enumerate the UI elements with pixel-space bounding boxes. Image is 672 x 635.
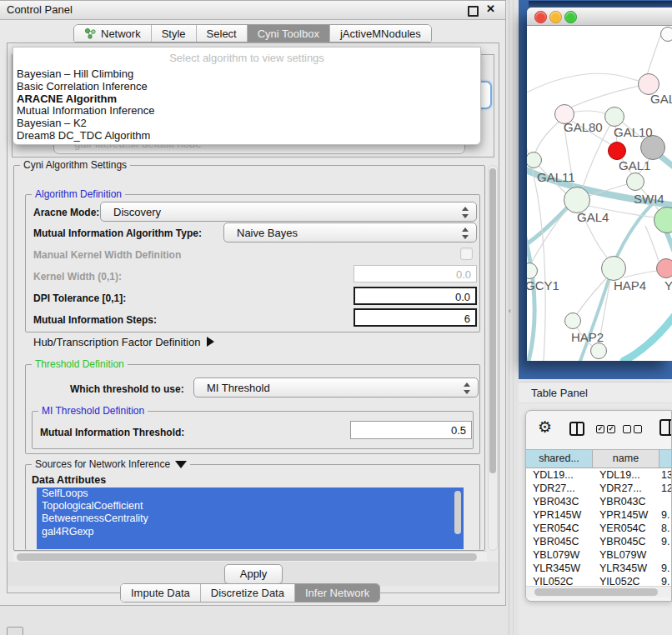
table-row[interactable]: YDR27...YDR27...12: [526, 482, 672, 495]
deselect-all-icon[interactable]: [623, 425, 643, 433]
splitter-handle-icon[interactable]: ‹: [509, 307, 514, 314]
data-attributes-list[interactable]: SelfLoops TopologicalCoefficient Between…: [37, 488, 464, 549]
close-traffic-light[interactable]: [534, 11, 547, 23]
table-row[interactable]: YBR045CYBR045C9.: [526, 535, 672, 548]
column-header-name[interactable]: name: [593, 450, 659, 468]
tab-cyni-toolbox[interactable]: Cyni Toolbox: [247, 25, 329, 42]
control-panel-window: Control Panel ✕ Network Style Select Cyn…: [0, 0, 506, 606]
mi-type-value: Naive Bayes: [237, 227, 298, 239]
list-item[interactable]: BetweennessCentrality: [37, 512, 464, 525]
zoom-traffic-light[interactable]: [564, 11, 577, 23]
table-row[interactable]: YDL19...YDL19...13: [526, 468, 672, 482]
tab-impute-data[interactable]: Impute Data: [121, 584, 200, 602]
tab-infer-network[interactable]: Infer Network: [294, 584, 379, 602]
node-label-gal1: GAL1: [619, 158, 650, 172]
network-node[interactable]: [660, 27, 672, 42]
manual-kernel-checkbox[interactable]: [460, 248, 473, 260]
tab-jactivemnodules[interactable]: jActiveMNodules: [329, 25, 431, 42]
collapse-down-icon: [175, 461, 187, 468]
tab-network[interactable]: Network: [74, 25, 151, 42]
dpi-tolerance-label: DPI Tolerance [0,1]:: [33, 292, 126, 304]
table-panel-window: ⚙ ✓ ✓ shared... name YDL19...YDL19...13 …: [525, 410, 672, 602]
float-window-icon[interactable]: [468, 6, 479, 17]
dpi-tolerance-field[interactable]: 0.0: [354, 287, 477, 305]
node-label-hap2: HAP2: [571, 330, 604, 344]
table-row[interactable]: YER054CYER054C8.: [526, 522, 672, 535]
panel-title: Control Panel: [7, 3, 73, 16]
dropdown-item[interactable]: Bayesian – Hill Climbing: [16, 68, 475, 81]
table-icon[interactable]: [659, 419, 672, 436]
algorithm-dropdown: Select algorithm to view settings Bayesi…: [13, 47, 481, 145]
tab-select[interactable]: Select: [196, 25, 247, 42]
minimize-traffic-light[interactable]: [549, 11, 562, 23]
threshold-definition-title: Threshold Definition: [32, 358, 128, 370]
sources-title[interactable]: Sources for Network Inference: [32, 458, 190, 470]
table-row[interactable]: YPR145WYPR145W9.: [526, 508, 672, 522]
table-horizontal-scrollbar[interactable]: [526, 586, 672, 598]
panel-splitter[interactable]: ‹: [506, 0, 519, 635]
tab-style[interactable]: Style: [151, 25, 196, 42]
node-label-hap4: HAP4: [614, 278, 646, 292]
node-label-gal11: GAL11: [537, 170, 575, 184]
node-label-swi4: SWI4: [634, 192, 664, 206]
apply-button[interactable]: Apply: [224, 564, 283, 584]
mi-steps-field[interactable]: 6: [354, 308, 477, 327]
network-node-pink[interactable]: [656, 258, 672, 278]
node-label-gal10: GAL10: [614, 125, 653, 139]
stepper-arrows-icon: [462, 207, 469, 218]
list-item[interactable]: TopologicalCoefficient: [37, 500, 464, 512]
mi-threshold-field[interactable]: 0.5: [350, 421, 472, 439]
dropdown-hint: Select algorithm to view settings: [13, 52, 480, 64]
kernel-width-field[interactable]: 0.0: [354, 265, 477, 282]
data-attributes-label: Data Attributes: [32, 474, 106, 486]
network-node-gal10[interactable]: [604, 107, 624, 127]
right-region: GAL GAL80 GAL10 GAL11 GAL1 SWI4 GAL4 GCY…: [519, 0, 672, 635]
dropdown-item-selected[interactable]: ARACNE Algorithm: [16, 93, 475, 106]
network-node-hap4[interactable]: [601, 256, 626, 281]
column-header-partial[interactable]: [659, 450, 672, 468]
column-header-sharedname[interactable]: shared...: [526, 450, 593, 468]
tab-discretize-data[interactable]: Discretize Data: [200, 584, 294, 602]
table-row[interactable]: YLR345WYLR345W9.: [526, 562, 672, 575]
mi-threshold-title: MI Threshold Definition: [38, 405, 148, 417]
settings-scrollbar-thumb[interactable]: [489, 168, 496, 473]
settings-horizontal-scrollbar[interactable]: [13, 551, 487, 562]
table-row[interactable]: YIL052CYIL052C9.: [526, 575, 672, 586]
network-canvas[interactable]: GAL GAL80 GAL10 GAL11 GAL1 SWI4 GAL4 GCY…: [527, 26, 672, 361]
close-icon[interactable]: ✕: [486, 2, 495, 15]
dropdown-item[interactable]: Dream8 DC_TDC Algorithm: [16, 130, 475, 142]
table-body: YDL19...YDL19...13 YDR27...YDR27...12 YB…: [526, 468, 672, 586]
network-node-hap2[interactable]: [564, 312, 581, 329]
dropdown-item[interactable]: Basic Correlation Inference: [16, 81, 475, 93]
list-item[interactable]: gal4RGexp: [37, 526, 464, 538]
control-panel-titlebar[interactable]: Control Panel ✕: [0, 1, 505, 20]
stepper-arrows-icon: [462, 228, 469, 239]
network-node[interactable]: [590, 342, 607, 359]
list-scrollbar-thumb[interactable]: [454, 491, 461, 534]
settings-vertical-scrollbar[interactable]: [488, 165, 498, 551]
network-node-red-selected[interactable]: [608, 142, 626, 160]
aracne-mode-label: Aracne Mode:: [33, 207, 99, 218]
mi-type-combobox[interactable]: Naive Bayes: [223, 222, 477, 242]
gear-icon[interactable]: ⚙: [538, 418, 552, 437]
dropdown-item[interactable]: Bayesian – K2: [16, 118, 475, 130]
network-window[interactable]: GAL GAL80 GAL10 GAL11 GAL1 SWI4 GAL4 GCY…: [527, 8, 672, 361]
network-node-gal1[interactable]: [626, 172, 644, 191]
table-hscrollbar-thumb[interactable]: [534, 588, 658, 596]
table-row[interactable]: YBR043CYBR043C: [526, 495, 672, 508]
network-window-titlebar[interactable]: [527, 8, 672, 26]
dropdown-item[interactable]: Mutual Information Inference: [16, 105, 475, 118]
which-threshold-combobox[interactable]: MI Threshold: [193, 378, 479, 398]
split-view-icon[interactable]: [569, 422, 584, 436]
aracne-mode-combobox[interactable]: Discovery: [100, 202, 477, 222]
kernel-width-label: Kernel Width (0,1):: [33, 271, 122, 282]
collapsed-panel-icon[interactable]: [7, 627, 23, 635]
hub-definition-expander[interactable]: Hub/Transcription Factor Definition: [33, 336, 214, 348]
mi-type-label: Mutual Information Algorithm Type:: [33, 228, 202, 239]
table-row[interactable]: YBL079WYBL079W: [526, 548, 672, 562]
select-all-icon[interactable]: ✓ ✓: [596, 425, 616, 433]
settings-hscrollbar-thumb[interactable]: [17, 553, 477, 561]
list-item[interactable]: SelfLoops: [37, 488, 464, 500]
table-panel-titlebar[interactable]: Table Panel: [519, 382, 672, 403]
network-icon: [84, 28, 97, 39]
